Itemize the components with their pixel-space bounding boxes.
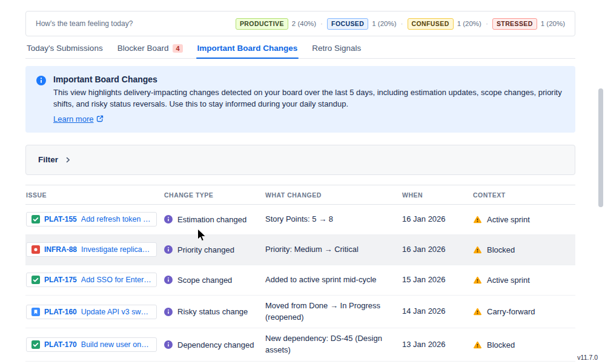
issue-link[interactable]: INFRA-88 Investigate replication lag ... <box>26 242 157 257</box>
warning-icon <box>473 276 482 285</box>
main-content: How's the team feeling today? PRODUCTIVE… <box>25 11 575 362</box>
mood-summary-card: How's the team feeling today? PRODUCTIVE… <box>25 11 575 36</box>
issue-cell: PLAT-155 Add refresh token rotation <box>25 207 164 231</box>
mood-badge-confused: CONFUSED <box>408 18 454 30</box>
issue-key: INFRA-88 <box>44 245 77 254</box>
mood-count-stressed: 1 (20%) <box>541 20 565 27</box>
info-banner-title: Important Board Changes <box>53 74 563 84</box>
change-type-label: Priority changed <box>177 245 234 254</box>
mood-count-confused: 1 (20%) <box>457 20 481 27</box>
column-header-what-changed: WHAT CHANGED <box>265 185 402 204</box>
issue-key: PLAT-155 <box>44 215 77 223</box>
mood-question: How's the team feeling today? <box>36 19 133 28</box>
issue-link[interactable]: PLAT-160 Update API v3 swagger docs <box>26 305 157 319</box>
issue-link[interactable]: PLAT-155 Add refresh token rotation <box>26 212 157 227</box>
task-icon <box>31 340 40 349</box>
change-type-label: Scope changed <box>177 276 232 285</box>
issue-title: Build new user onboarding ... <box>81 340 151 349</box>
tab-important-board-changes[interactable]: Important Board Changes <box>196 41 299 58</box>
mood-badge-stressed: STRESSED <box>492 18 537 30</box>
what-changed-cell: Added to active sprint mid-cycle <box>265 270 402 291</box>
context-label: Blocked <box>487 340 515 349</box>
tab-bar: Today's Submissions Blocker Board 4 Impo… <box>25 41 575 59</box>
context-cell: Blocked <box>472 336 575 354</box>
when-cell: 16 Jan 2026 <box>402 239 472 260</box>
table-row[interactable]: PLAT-155 Add refresh token rotation Esti… <box>25 205 575 235</box>
change-type-cell: Priority changed <box>164 240 265 259</box>
separator-dot: · <box>401 19 403 28</box>
table-row[interactable]: PLAT-160 Update API v3 swagger docs Risk… <box>25 296 575 329</box>
issue-cell: PLAT-160 Update API v3 swagger docs <box>25 300 164 324</box>
filter-panel[interactable]: Filter <box>25 145 575 175</box>
change-type-cell: Dependency changed <box>164 336 265 354</box>
column-header-context: CONTEXT <box>472 185 575 204</box>
mood-badge-focused: FOCUSED <box>327 18 368 30</box>
change-type-cell: Risky status change <box>164 302 265 321</box>
context-label: Active sprint <box>487 215 530 224</box>
what-changed-cell: New dependency: DS-45 (Design assets) <box>265 328 402 361</box>
change-type-cell: Scope changed <box>164 271 265 290</box>
issue-title: Investigate replication lag ... <box>81 245 151 254</box>
vertical-scrollbar-thumb[interactable] <box>598 88 603 207</box>
change-info-icon <box>164 245 173 254</box>
external-link-icon <box>96 115 104 122</box>
when-cell: 13 Jan 2026 <box>402 334 472 356</box>
tab-label: Today's Submissions <box>27 44 103 53</box>
what-changed-cell: Moved from Done → In Progress (reopened) <box>265 296 402 328</box>
change-type-cell: Estimation changed <box>164 210 265 229</box>
column-header-change-type: CHANGE TYPE <box>164 185 265 204</box>
what-changed-cell: Priority: Medium → Critical <box>265 239 402 260</box>
board-changes-table: ISSUE CHANGE TYPE WHAT CHANGED WHEN CONT… <box>25 185 575 362</box>
info-banner-body: This view highlights delivery-impacting … <box>53 87 563 110</box>
mood-badges: PRODUCTIVE 2 (40%) · FOCUSED 1 (20%) · C… <box>236 18 565 30</box>
context-cell: Carry-forward <box>472 302 575 321</box>
story-icon <box>31 308 40 316</box>
tab-retro-signals[interactable]: Retro Signals <box>311 41 362 58</box>
issue-title: Update API v3 swagger docs <box>81 308 151 316</box>
tab-todays-submissions[interactable]: Today's Submissions <box>25 41 104 58</box>
context-cell: Active sprint <box>472 210 575 229</box>
app-version: v11.7.0 <box>577 354 598 361</box>
column-header-when: WHEN <box>402 185 472 204</box>
warning-icon <box>473 245 482 254</box>
when-cell: 16 Jan 2026 <box>402 209 472 230</box>
learn-more-label: Learn more <box>53 114 93 124</box>
separator-dot: · <box>320 19 323 28</box>
table-row[interactable]: PLAT-170 Build new user onboarding ... D… <box>25 328 575 362</box>
table-header-row: ISSUE CHANGE TYPE WHAT CHANGED WHEN CONT… <box>25 185 575 205</box>
tab-label: Blocker Board <box>117 44 169 53</box>
warning-icon <box>473 307 482 316</box>
what-changed-cell: Story Points: 5 → 8 <box>265 209 402 230</box>
issue-link[interactable]: PLAT-170 Build new user onboarding ... <box>26 337 157 352</box>
issue-key: PLAT-170 <box>44 340 77 349</box>
issue-title: Add SSO for Enterprise Tier <box>81 276 151 284</box>
column-header-issue: ISSUE <box>25 185 164 204</box>
change-info-icon <box>164 340 173 349</box>
tab-label: Important Board Changes <box>197 44 298 53</box>
table-row[interactable]: PLAT-175 Add SSO for Enterprise Tier Sco… <box>25 265 575 296</box>
context-label: Active sprint <box>487 276 530 285</box>
change-type-label: Dependency changed <box>177 340 254 349</box>
change-info-icon <box>164 215 173 223</box>
table-row[interactable]: INFRA-88 Investigate replication lag ...… <box>25 235 575 265</box>
mood-count-productive: 2 (40%) <box>292 20 316 27</box>
warning-icon <box>473 215 482 224</box>
context-cell: Active sprint <box>472 271 575 290</box>
task-icon <box>31 215 40 223</box>
learn-more-link[interactable]: Learn more <box>53 114 104 124</box>
change-type-label: Estimation changed <box>177 215 246 224</box>
issue-cell: INFRA-88 Investigate replication lag ... <box>25 237 164 262</box>
change-type-label: Risky status change <box>177 307 248 316</box>
tab-blocker-board[interactable]: Blocker Board 4 <box>116 41 184 58</box>
issue-title: Add refresh token rotation <box>81 215 151 223</box>
context-label: Carry-forward <box>487 307 535 316</box>
info-banner-content: Important Board Changes This view highli… <box>53 74 563 124</box>
warning-icon <box>473 340 482 349</box>
blocker-count-badge: 4 <box>173 44 182 53</box>
context-label: Blocked <box>487 245 515 254</box>
when-cell: 14 Jan 2026 <box>402 301 472 322</box>
issue-cell: PLAT-170 Build new user onboarding ... <box>25 333 164 357</box>
change-info-icon <box>164 276 173 284</box>
change-info-icon <box>164 308 173 316</box>
issue-link[interactable]: PLAT-175 Add SSO for Enterprise Tier <box>26 273 157 287</box>
